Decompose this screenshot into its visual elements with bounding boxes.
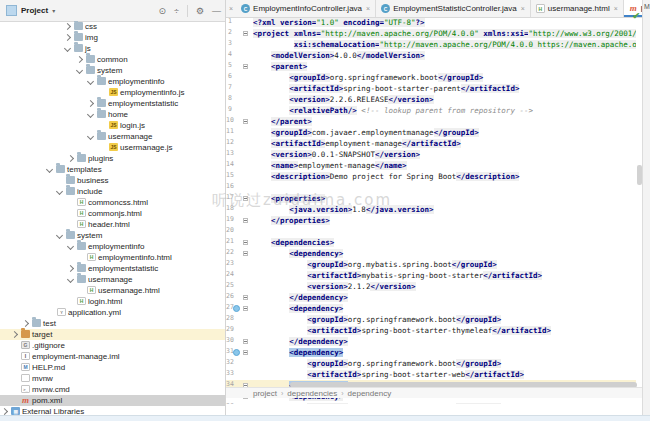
- dependency-marker-icon[interactable]: [233, 349, 240, 356]
- close-icon[interactable]: ×: [521, 5, 525, 12]
- fold-icon[interactable]: [243, 64, 248, 69]
- code-line-6[interactable]: 6 <groupId>org.springframework.boot</gro…: [226, 72, 636, 83]
- maven-tool-button[interactable]: M: [644, 3, 650, 10]
- tree-item-commoncss-html[interactable]: Hcommoncss.html: [0, 197, 225, 208]
- tree-item-help-md[interactable]: MHELP.md: [0, 362, 225, 373]
- tree-item-employment-manage-iml[interactable]: Iemployment-manage.iml: [0, 351, 225, 362]
- breadcrumb-item-project[interactable]: project: [253, 389, 277, 398]
- code-line-9[interactable]: 9 <relativePath/> <!-- lookup parent fro…: [226, 105, 636, 116]
- fold-marker-icon[interactable]: [241, 193, 250, 204]
- locate-icon[interactable]: ⊙: [158, 6, 166, 16]
- code-line-29[interactable]: 29 <artifactId>spring-boot-starter-thyme…: [226, 325, 636, 336]
- tree-item-system[interactable]: system: [0, 230, 225, 241]
- chevron-down-icon[interactable]: [67, 276, 74, 283]
- chevron-right-icon[interactable]: [64, 34, 71, 41]
- code-line-3[interactable]: 3 xsi:schemaLocation="http://maven.apach…: [226, 39, 636, 50]
- chevron-right-icon[interactable]: [67, 265, 74, 272]
- fold-icon[interactable]: [243, 350, 248, 355]
- fold-icon[interactable]: [243, 31, 248, 36]
- chevron-right-icon[interactable]: [1, 408, 8, 415]
- code-line-33[interactable]: 33 <artifactId>spring-boot-starter-web</…: [226, 369, 636, 380]
- gutter-marker-icon[interactable]: [232, 347, 241, 358]
- code-line-17[interactable]: 17 <properties>: [226, 193, 636, 204]
- code-line-18[interactable]: 18 <java.version>1.8</java.version>: [226, 204, 636, 215]
- tree-item-mvnw[interactable]: mvnw: [0, 373, 225, 384]
- fold-icon[interactable]: [243, 218, 248, 223]
- tree-item-employmentinfo-html[interactable]: Hemploymentinfo.html: [0, 252, 225, 263]
- chevron-right-icon[interactable]: [76, 56, 83, 63]
- fold-marker-icon[interactable]: [241, 303, 250, 314]
- code-line-15[interactable]: 15 <description>Demo project for Spring …: [226, 171, 636, 182]
- code-line-28[interactable]: 28 <groupId>org.springframework.boot</gr…: [226, 314, 636, 325]
- chevron-right-icon[interactable]: [87, 100, 94, 107]
- tree-item-login-html[interactable]: Hlogin.html: [0, 296, 225, 307]
- breadcrumb-item-dependency[interactable]: dependency: [348, 389, 392, 398]
- chevron-right-icon[interactable]: [64, 23, 71, 30]
- fold-marker-icon[interactable]: [241, 292, 250, 303]
- tree-item-css[interactable]: css: [0, 21, 225, 32]
- chevron-down-icon[interactable]: [87, 133, 94, 140]
- code-line-13[interactable]: 13 <version>0.0.1-SNAPSHOT</version>: [226, 149, 636, 160]
- code-line-16[interactable]: 16: [226, 182, 636, 193]
- tab-employmentinfocontroller-java[interactable]: CEmploymentInfoController.java×: [236, 0, 376, 17]
- tree-item-img[interactable]: img: [0, 32, 225, 43]
- tree-item--gitignore[interactable]: G.gitignore: [0, 340, 225, 351]
- chevron-right-icon[interactable]: [22, 320, 29, 327]
- chevron-down-icon[interactable]: [56, 232, 63, 239]
- breadcrumb-item-dependencies[interactable]: dependencies: [287, 389, 337, 398]
- chevron-down-icon[interactable]: [56, 188, 63, 195]
- close-icon[interactable]: ×: [229, 5, 233, 12]
- code-line-19[interactable]: 19 </properties>: [226, 215, 636, 226]
- code-line-4[interactable]: 4 <modelVersion>4.0.0</modelVersion>: [226, 50, 636, 61]
- fold-icon[interactable]: [243, 196, 248, 201]
- code-line-24[interactable]: 24 <artifactId>mybatis-spring-boot-start…: [226, 270, 636, 281]
- tree-item-plugins[interactable]: plugins: [0, 153, 225, 164]
- chevron-down-icon[interactable]: ▾: [52, 7, 55, 14]
- tree-item-pom-xml[interactable]: mpom.xml: [0, 395, 225, 406]
- settings-icon[interactable]: ⚙: [196, 6, 204, 16]
- fold-marker-icon[interactable]: [241, 248, 250, 259]
- code-editor[interactable]: 1<?xml version="1.0" encoding="UTF-8"?>2…: [226, 17, 636, 404]
- tree-item-templates[interactable]: templates: [0, 164, 225, 175]
- tree-item-external-libraries[interactable]: ≣External Libraries: [0, 406, 225, 415]
- fold-icon[interactable]: [243, 295, 248, 300]
- tree-item-header-html[interactable]: Hheader.html: [0, 219, 225, 230]
- tree-item-usermanage[interactable]: usermanage: [0, 274, 225, 285]
- tree-item-usermanage-js[interactable]: JSusermanage.js: [0, 142, 225, 153]
- fold-marker-icon[interactable]: [241, 28, 250, 39]
- code-line-22[interactable]: 22 <dependency>: [226, 248, 636, 259]
- fold-marker-icon[interactable]: [241, 215, 250, 226]
- code-line-25[interactable]: 25 <version>2.1.2</version>: [226, 281, 636, 292]
- tree-item-home[interactable]: home: [0, 109, 225, 120]
- code-line-2[interactable]: 2<project xmlns="http://maven.apache.org…: [226, 28, 636, 39]
- tree-item-employmentinfo[interactable]: employmentinfo: [0, 76, 225, 87]
- code-line-26[interactable]: 26 </dependency>: [226, 292, 636, 303]
- tree-item-employmentstatistic[interactable]: employmentstatistic: [0, 98, 225, 109]
- tree-item-test[interactable]: test: [0, 318, 225, 329]
- right-tool-stripe[interactable]: M: [642, 0, 650, 415]
- close-icon[interactable]: ×: [614, 5, 618, 12]
- tree-item-js[interactable]: js: [0, 43, 225, 54]
- tree-item-usermanage[interactable]: usermanage: [0, 131, 225, 142]
- close-icon[interactable]: ×: [366, 5, 370, 12]
- gutter-marker-icon[interactable]: [232, 303, 241, 314]
- code-line-12[interactable]: 12 <artifactId>employment-manage</artifa…: [226, 138, 636, 149]
- chevron-right-icon[interactable]: [67, 155, 74, 162]
- code-line-5[interactable]: 5 <parent>: [226, 61, 636, 72]
- fold-icon[interactable]: [243, 240, 248, 245]
- fold-icon[interactable]: [243, 251, 248, 256]
- code-line-7[interactable]: 7 <artifactId>spring-boot-starter-parent…: [226, 83, 636, 94]
- code-line-10[interactable]: 10 </parent>: [226, 116, 636, 127]
- code-line-14[interactable]: 14 <name>employment-manage</name>: [226, 160, 636, 171]
- tree-item-employmentinfo[interactable]: employmentinfo: [0, 241, 225, 252]
- chevron-down-icon[interactable]: [76, 67, 83, 74]
- fold-icon[interactable]: [243, 306, 248, 311]
- tree-item-commonjs-html[interactable]: Hcommonjs.html: [0, 208, 225, 219]
- code-line-11[interactable]: 11 <groupId>com.javaer.employmentmanage<…: [226, 127, 636, 138]
- fold-icon[interactable]: [243, 119, 248, 124]
- tree-item-include[interactable]: include: [0, 186, 225, 197]
- chevron-down-icon[interactable]: [87, 111, 94, 118]
- code-line-27[interactable]: 27 <dependency>: [226, 303, 636, 314]
- fold-marker-icon[interactable]: [241, 61, 250, 72]
- tree-item-business[interactable]: business: [0, 175, 225, 186]
